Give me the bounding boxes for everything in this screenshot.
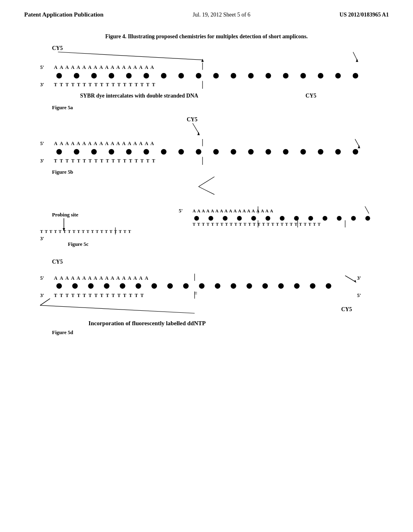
cy5-label-5d: CY5 — [52, 259, 63, 265]
dot3 — [91, 73, 97, 79]
dot5a-2 — [74, 149, 79, 155]
dot4 — [108, 73, 114, 79]
right-arrow-fig4 — [353, 52, 357, 60]
bottom-strand-5a: T T T T T T T T T T T T T T T T T T — [54, 158, 156, 164]
dot17 — [335, 73, 341, 79]
dot5d-6 — [136, 283, 141, 289]
fig5c-label: Figure 5c — [68, 241, 88, 247]
header-left: Patent Application Publication — [24, 11, 104, 18]
dot5d-12 — [231, 283, 236, 289]
strand3-top-5d: 3' — [357, 275, 361, 281]
dot5c-8 — [294, 216, 299, 221]
dot8 — [178, 73, 184, 79]
dot5c-5 — [251, 216, 256, 221]
dot5d-9 — [183, 283, 189, 289]
top-right-arrow-5d — [345, 276, 355, 282]
dot5a-16 — [318, 149, 323, 155]
dot5c-13 — [365, 216, 370, 221]
dot5a-7 — [161, 149, 167, 155]
fig5a-label: Figure 5a — [52, 105, 73, 110]
dot5a-5 — [126, 149, 132, 155]
dot14 — [283, 73, 289, 79]
strand5-5c: 5' — [179, 208, 183, 214]
top-right-arrow-head-5d — [354, 280, 356, 283]
dot5a-15 — [300, 149, 306, 155]
dot5d-17 — [310, 283, 315, 289]
dot5a-1 — [56, 149, 62, 155]
cy5-arrow-5a — [193, 123, 199, 133]
extended-strand-5c: T T T T T T T T T T T T T T T T T T T T — [40, 229, 131, 234]
dot5a-18 — [353, 149, 358, 155]
bottom-strand-5d: T T T T T T T T T T T T T T T T — [54, 293, 144, 298]
dot7 — [161, 73, 167, 79]
dot5d-3 — [88, 283, 94, 289]
fig5d-caption: Incorporation of fluorescently labelled … — [88, 320, 206, 326]
dot5a-3 — [91, 149, 97, 155]
dot9 — [196, 73, 201, 79]
dot5d-7 — [151, 283, 157, 289]
right-arrow-head-fig4 — [356, 59, 358, 62]
dot5d-1 — [56, 283, 62, 289]
dot12 — [248, 73, 254, 79]
fig5d-label: Figure 5d — [52, 330, 73, 335]
dot5 — [126, 73, 132, 79]
dot6 — [144, 73, 149, 79]
cy5-arrow-head-fig4 — [201, 59, 204, 62]
figure4-title: Figure 4. Illustrating proposed chemistr… — [105, 33, 308, 39]
dot5c-12 — [351, 216, 356, 221]
dot5d-18 — [326, 283, 332, 289]
header-center: Jul. 19, 2012 Sheet 5 of 6 — [193, 12, 250, 18]
strand5-fig4: 5' — [40, 64, 44, 70]
dot5a-17 — [335, 149, 341, 155]
strand5-top-5d: 5' — [40, 275, 44, 281]
strand3-5c: 3' — [40, 236, 44, 241]
dot5c-7 — [280, 216, 285, 221]
dot15 — [300, 73, 306, 79]
header-right: US 2012/0183965 A1 — [340, 12, 389, 18]
cy5-label-5a: CY5 — [187, 116, 198, 123]
dot5d-13 — [246, 283, 252, 289]
dot5c-9 — [308, 216, 313, 221]
dot5c-11 — [337, 216, 342, 221]
dot1 — [56, 73, 62, 79]
dot5d-2 — [72, 283, 78, 289]
strand3-5a: 3' — [40, 158, 44, 164]
dot5a-8 — [178, 149, 184, 155]
top-strand-5a: A A A A A A A A A A A A A A A A A A — [54, 141, 155, 146]
dot5c-6 — [265, 216, 270, 221]
dot5c-1 — [194, 216, 199, 221]
dot5a-13 — [265, 149, 271, 155]
dot11 — [231, 73, 236, 79]
dot5a-6 — [144, 149, 149, 155]
right-tick-5c — [365, 206, 369, 214]
dot5d-5 — [120, 283, 125, 289]
main-content: Figure 4. Illustrating proposed chemistr… — [0, 22, 413, 515]
dot5d-4 — [104, 283, 110, 289]
strand5-bottom-5d: 5' — [357, 293, 361, 298]
dot5a-10 — [213, 149, 219, 155]
top-strand-5c: A A A A A A A A A A A A A A A A A A — [193, 208, 273, 213]
fig5b-label: Figure 5b — [52, 169, 73, 175]
dot5d-10 — [199, 283, 204, 289]
diagonal-bottom-5d — [40, 305, 194, 314]
strand3-bottom-5d: 3' — [40, 293, 44, 298]
dot5a-4 — [108, 149, 114, 155]
cy5-arrow-head-5a — [197, 132, 200, 135]
dot5d-15 — [278, 283, 284, 289]
dot5d-16 — [294, 283, 300, 289]
right-arrow-head-5a — [358, 145, 360, 148]
cy5-bottom-5d: CY5 — [341, 306, 352, 312]
sybr-text: SYBR dye intercalates with double strand… — [80, 93, 198, 99]
dot2 — [74, 73, 79, 79]
top-strand-5d: A A A A A A A A A A A A A A A A A — [54, 276, 149, 281]
dot18 — [353, 73, 358, 79]
cy5-right-fig4: CY5 — [306, 93, 317, 99]
bottom-strand-fig4: T T T T T T T T T T T T T T T T T T — [54, 82, 156, 87]
strand5-5a: 5' — [40, 141, 44, 146]
arrow-5b-1 — [198, 177, 214, 187]
dot5c-3 — [223, 216, 227, 221]
dot5d-11 — [215, 283, 221, 289]
middle-strand-5c: T T T T T T T T T T T T T T T T T T T T … — [193, 222, 321, 227]
dot5c-2 — [209, 216, 213, 221]
dot5a-11 — [231, 149, 236, 155]
